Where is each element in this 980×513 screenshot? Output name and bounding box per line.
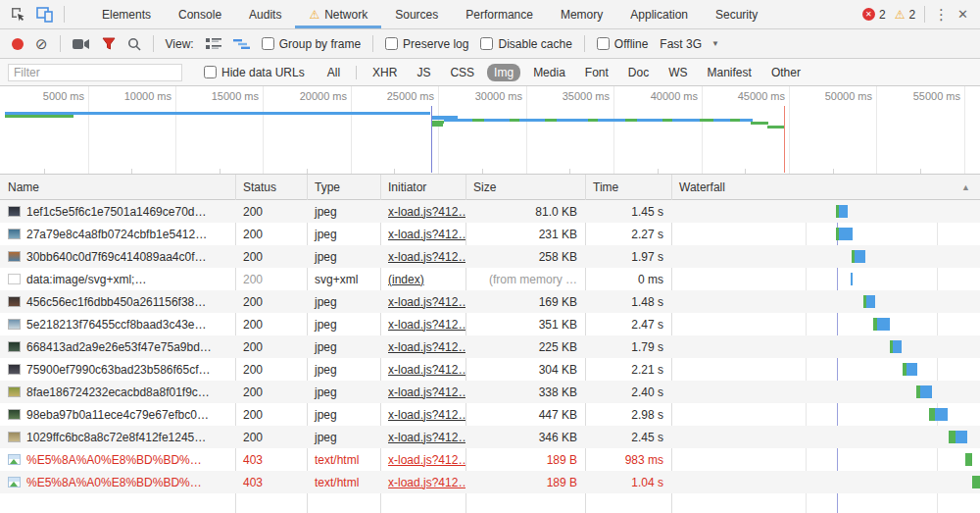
show-overview-icon[interactable] (233, 38, 250, 50)
column-header-initiator[interactable]: Initiator (380, 175, 466, 199)
offline-input[interactable] (597, 37, 610, 50)
offline-checkbox[interactable]: Offline (597, 37, 648, 51)
column-header-name[interactable]: Name (0, 175, 235, 199)
tab-network[interactable]: ⚠Network (295, 0, 381, 28)
hide-data-urls-checkbox[interactable]: Hide data URLs (204, 66, 305, 79)
initiator-link[interactable]: x-load.js?412… (388, 408, 466, 422)
tab-label: Sources (395, 8, 438, 22)
throttling-select[interactable]: Fast 3G ▼ (660, 37, 719, 51)
tab-memory[interactable]: Memory (547, 0, 616, 28)
group-by-frame-checkbox[interactable]: Group by frame (262, 37, 361, 51)
status-cell: 200 (235, 313, 307, 335)
group-by-frame-label: Group by frame (279, 37, 361, 51)
initiator-link[interactable]: x-load.js?412… (388, 250, 466, 264)
clear-icon[interactable]: ⊘ (35, 36, 48, 51)
column-header-waterfall[interactable]: Waterfall▲ (671, 175, 980, 199)
initiator-link[interactable]: x-load.js?412… (388, 318, 466, 332)
filter-type-img[interactable]: Img (487, 64, 520, 81)
filter-type-media[interactable]: Media (526, 64, 572, 81)
table-row[interactable]: %E5%8A%A0%E8%BD%BD%…403text/htmlx-load.j… (0, 448, 980, 471)
initiator-link[interactable]: x-load.js?412… (388, 476, 466, 489)
initiator-link[interactable]: x-load.js?412… (388, 228, 466, 241)
table-row[interactable]: 8fae186724232ecacbd8a8f01f9c…200jpegx-lo… (0, 381, 980, 403)
column-header-status[interactable]: Status (235, 175, 307, 199)
column-header-size[interactable]: Size (466, 175, 585, 199)
filter-type-doc[interactable]: Doc (621, 64, 656, 81)
request-name-cell[interactable]: 456c56ec1f6dbb450a261156f38… (0, 290, 235, 313)
table-row[interactable]: 1029ffc6bc8a8c72e8f412fe1245…200jpegx-lo… (0, 426, 980, 448)
initiator-link[interactable]: x-load.js?412… (388, 295, 466, 309)
filter-type-xhr[interactable]: XHR (366, 64, 404, 81)
hide-data-urls-input[interactable] (204, 66, 217, 78)
initiator-link[interactable]: (index) (388, 273, 424, 286)
request-name-cell[interactable]: 1ef1c5e5f6c1e7501a1469ce70d… (0, 200, 235, 223)
disable-cache-checkbox[interactable]: Disable cache (480, 37, 571, 51)
tab-application[interactable]: Application (616, 0, 702, 28)
preserve-log-input[interactable] (385, 37, 398, 50)
request-name-cell[interactable]: 8fae186724232ecacbd8a8f01f9c… (0, 381, 235, 403)
request-name-cell[interactable]: 75900ef7990c63bad23b586f65cf… (0, 358, 235, 381)
group-by-frame-input[interactable] (262, 37, 274, 50)
initiator-link[interactable]: x-load.js?412… (388, 453, 466, 467)
console-error-badge[interactable]: ✕ 2 (862, 8, 886, 22)
filter-type-all[interactable]: All (320, 64, 347, 81)
table-row[interactable]: 75900ef7990c63bad23b586f65cf…200jpegx-lo… (0, 358, 980, 381)
filter-icon[interactable] (102, 37, 116, 50)
initiator-link[interactable]: x-load.js?412… (388, 363, 466, 377)
tab-elements[interactable]: Elements (88, 0, 165, 28)
capture-screenshots-icon[interactable] (73, 38, 90, 50)
inspect-element-icon[interactable] (10, 6, 26, 23)
large-request-rows-icon[interactable] (206, 37, 221, 50)
initiator-link[interactable]: x-load.js?412… (388, 431, 466, 444)
column-header-time[interactable]: Time (585, 175, 671, 199)
filter-type-font[interactable]: Font (578, 64, 615, 81)
filter-type-other[interactable]: Other (764, 64, 808, 81)
search-icon[interactable] (127, 37, 141, 51)
request-name-cell[interactable]: %E5%8A%A0%E8%BD%BD%… (0, 471, 235, 493)
table-row[interactable]: 30bb640c0d7f69c414089aa4c0f…200jpegx-loa… (0, 245, 980, 268)
device-toolbar-icon[interactable] (36, 7, 54, 23)
type-value: jpeg (315, 363, 337, 377)
initiator-link[interactable]: x-load.js?412… (388, 385, 466, 399)
tab-sources[interactable]: Sources (381, 0, 452, 28)
table-row[interactable]: data:image/svg+xml;…200svg+xml(index)(fr… (0, 268, 980, 290)
request-name-cell[interactable]: 1029ffc6bc8a8c72e8f412fe1245… (0, 426, 235, 448)
column-header-label: Initiator (388, 180, 426, 194)
tab-console[interactable]: Console (165, 0, 235, 28)
filter-type-css[interactable]: CSS (443, 64, 481, 81)
request-name-cell[interactable]: 5e218213f76455ccf8baad3c43e… (0, 313, 235, 335)
preserve-log-checkbox[interactable]: Preserve log (385, 37, 468, 51)
table-row[interactable]: 5e218213f76455ccf8baad3c43e…200jpegx-loa… (0, 313, 980, 335)
tab-audits[interactable]: Audits (235, 0, 295, 28)
console-warning-badge[interactable]: ⚠ 2 (895, 8, 915, 22)
request-name-cell[interactable]: data:image/svg+xml;… (0, 268, 235, 290)
kebab-menu-icon[interactable]: ⋮ (934, 6, 949, 24)
status-cell: 200 (235, 223, 307, 245)
tab-performance[interactable]: Performance (452, 0, 547, 28)
table-row[interactable]: 456c56ec1f6dbb450a261156f38…200jpegx-loa… (0, 290, 980, 313)
filter-input[interactable] (8, 64, 182, 81)
initiator-link[interactable]: x-load.js?412… (388, 340, 466, 354)
request-name-cell[interactable]: %E5%8A%A0%E8%BD%BD%… (0, 448, 235, 471)
record-button[interactable] (12, 38, 24, 50)
table-row[interactable]: 98eba97b0a11ece4c79e67efbc0…200jpegx-loa… (0, 403, 980, 426)
close-icon[interactable]: ✕ (957, 7, 968, 22)
initiator-link[interactable]: x-load.js?412… (388, 205, 466, 219)
status-cell: 200 (235, 335, 307, 358)
request-name-cell[interactable]: 98eba97b0a11ece4c79e67efbc0… (0, 403, 235, 426)
request-name-cell[interactable]: 30bb640c0d7f69c414089aa4c0f… (0, 245, 235, 268)
filter-type-js[interactable]: JS (410, 64, 437, 81)
request-name-cell[interactable]: 27a79e8c4a8fb0724cbfb1e5412… (0, 223, 235, 245)
filter-type-manifest[interactable]: Manifest (701, 64, 759, 81)
filter-type-ws[interactable]: WS (662, 64, 694, 81)
column-header-type[interactable]: Type (307, 175, 380, 199)
table-row[interactable]: 27a79e8c4a8fb0724cbfb1e5412…200jpegx-loa… (0, 223, 980, 245)
request-name-cell[interactable]: 668413ad2a9e26e53f47e75a9bd… (0, 335, 235, 358)
table-row[interactable]: 1ef1c5e5f6c1e7501a1469ce70d…200jpegx-loa… (0, 200, 980, 223)
table-row[interactable]: %E5%8A%A0%E8%BD%BD%…403text/htmlx-load.j… (0, 471, 980, 493)
network-overview-timeline[interactable]: 5000 ms10000 ms15000 ms20000 ms25000 ms3… (0, 86, 980, 175)
tab-security[interactable]: Security (702, 0, 771, 28)
table-row[interactable]: 668413ad2a9e26e53f47e75a9bd…200jpegx-loa… (0, 335, 980, 358)
size-value: 189 B (547, 453, 577, 467)
disable-cache-input[interactable] (480, 37, 493, 50)
